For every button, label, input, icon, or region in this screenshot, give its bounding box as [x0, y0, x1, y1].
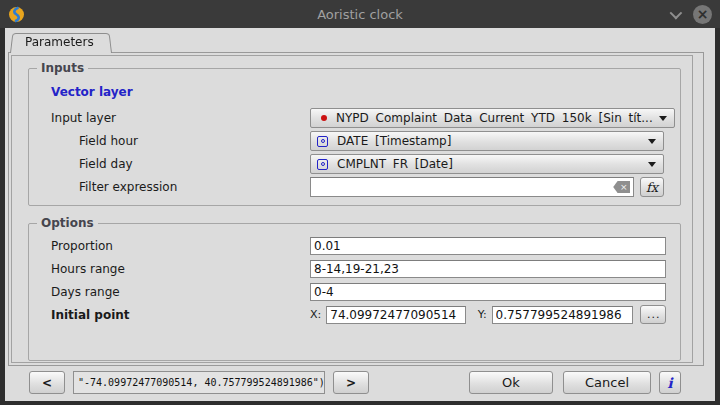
hours-range-input[interactable] [310, 260, 666, 278]
ok-button[interactable]: Ok [469, 371, 553, 394]
days-range-row: Days range [51, 282, 666, 301]
field-hour-combobox[interactable]: DATE [Timestamp] [310, 131, 664, 151]
dialog-body: Parameters Inputs Vector layer Input lay… [5, 28, 715, 401]
dropdown-arrow-icon [648, 139, 656, 144]
options-group-title: Options [37, 216, 98, 230]
vector-layer-heading: Vector layer [51, 85, 664, 100]
point-layer-icon [321, 115, 327, 121]
x-coordinate-input[interactable] [326, 306, 465, 324]
filter-expression-row: Filter expression × fx [51, 177, 664, 197]
titlebar[interactable]: Aoristic clock × [0, 0, 720, 28]
field-day-value: CMPLNT FR [Date] [337, 157, 642, 171]
button-bar: < "-74.09972477090514, 40.75779952489198… [5, 366, 715, 401]
input-layer-combobox[interactable]: NYPD Complaint Data Current YTD 150k [Si… [310, 108, 675, 128]
hours-range-row: Hours range [51, 259, 666, 278]
field-day-combobox[interactable]: CMPLNT FR [Date] [310, 154, 664, 174]
y-coordinate-input[interactable] [492, 306, 633, 324]
pick-point-button[interactable]: ... [640, 305, 666, 324]
initial-point-label: Initial point [51, 308, 310, 322]
filter-expression-label: Filter expression [51, 180, 310, 194]
days-range-label: Days range [51, 285, 310, 299]
aoristic-clock-dialog: Aoristic clock × Parameters Inputs Vecto… [0, 0, 720, 405]
proportion-label: Proportion [51, 239, 310, 253]
y-coordinate-label: Y: [478, 308, 487, 321]
cancel-button[interactable]: Cancel [563, 371, 651, 394]
field-day-row: Field day CMPLNT FR [Date] [51, 154, 664, 174]
tab-parameters[interactable]: Parameters [10, 32, 112, 53]
app-icon [8, 6, 25, 23]
dropdown-arrow-icon [659, 116, 667, 121]
input-layer-value: NYPD Complaint Data Current YTD 150k [Si… [336, 111, 653, 125]
close-icon[interactable]: × [693, 5, 712, 24]
input-layer-row: Input layer NYPD Complaint Data Current … [51, 108, 664, 128]
proportion-input[interactable] [310, 237, 666, 255]
proportion-row: Proportion [51, 236, 666, 255]
chevron-down-icon[interactable] [670, 6, 683, 19]
field-hour-value: DATE [Timestamp] [337, 134, 642, 148]
expression-builder-button[interactable]: fx [640, 177, 664, 197]
dropdown-arrow-icon [648, 162, 656, 167]
datetime-field-icon [317, 136, 328, 147]
initial-point-row: Initial point X: Y: ... [51, 305, 666, 324]
x-coordinate-label: X: [310, 308, 321, 321]
filter-expression-input[interactable] [310, 177, 634, 197]
info-button[interactable]: i [659, 371, 681, 394]
window-title: Aoristic clock [0, 7, 720, 22]
options-groupbox: Options Proportion Hours range Days rang… [28, 223, 681, 361]
previous-button[interactable]: < [29, 371, 65, 394]
field-hour-row: Field hour DATE [Timestamp] [51, 131, 664, 151]
next-button[interactable]: > [333, 371, 369, 394]
hours-range-label: Hours range [51, 262, 310, 276]
field-hour-label: Field hour [51, 134, 310, 148]
inputs-group-title: Inputs [37, 61, 88, 75]
days-range-input[interactable] [310, 283, 666, 301]
input-layer-label: Input layer [51, 111, 310, 125]
parameters-scroll-area: Inputs Vector layer Input layer NYPD Com… [11, 55, 693, 363]
inputs-groupbox: Inputs Vector layer Input layer NYPD Com… [28, 68, 681, 206]
parameters-pane: Inputs Vector layer Input layer NYPD Com… [8, 52, 704, 366]
coordinates-log-field[interactable]: "-74.09972477090514, 40.757799524891986"… [73, 371, 325, 394]
tab-label: Parameters [25, 35, 94, 49]
field-day-label: Field day [51, 157, 310, 171]
tab-bar: Parameters [10, 32, 112, 53]
date-field-icon [317, 159, 328, 170]
